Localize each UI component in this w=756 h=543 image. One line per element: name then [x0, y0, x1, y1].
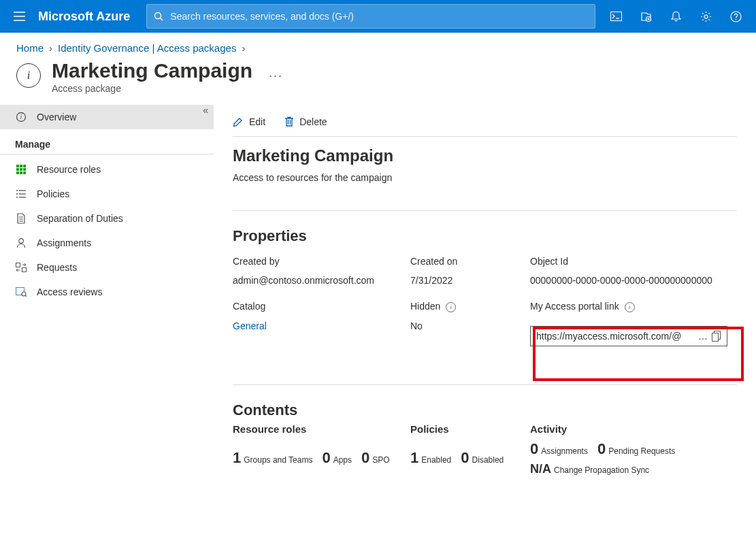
- contents-policies-header: Policies: [410, 423, 530, 440]
- settings-icon[interactable]: [691, 0, 721, 33]
- contents-section-title: Contents: [233, 401, 737, 419]
- created-by-value: admin@contoso.onmicrosoft.com: [233, 271, 410, 290]
- svg-point-31: [19, 239, 24, 244]
- svg-rect-17: [20, 168, 22, 171]
- pencil-icon: [233, 116, 244, 127]
- breadcrumb: Home › Identity Governance | Access pack…: [0, 33, 756, 54]
- object-id-label: Object Id: [530, 249, 737, 267]
- sidebar-item-access-reviews[interactable]: Access reviews: [0, 280, 214, 304]
- svg-line-4: [161, 18, 163, 21]
- search-input[interactable]: [169, 10, 588, 22]
- overview-icon: i: [15, 111, 27, 123]
- help-icon[interactable]: [721, 0, 751, 33]
- delete-button[interactable]: Delete: [284, 116, 327, 127]
- chevron-right-icon: ›: [242, 42, 245, 54]
- stat-enabled: 1Enabled: [410, 449, 451, 467]
- breadcrumb-parent[interactable]: Identity Governance | Access packages: [58, 42, 236, 54]
- directories-icon[interactable]: [631, 0, 661, 33]
- stat-apps: 0Apps: [322, 449, 352, 467]
- chevron-right-icon: ›: [49, 42, 52, 54]
- stat-groups: 1Groups and Teams: [233, 449, 312, 467]
- hidden-value: No: [410, 316, 530, 335]
- svg-rect-33: [22, 268, 27, 272]
- sidebar-item-assignments[interactable]: Assignments: [0, 231, 214, 255]
- svg-rect-15: [23, 165, 26, 167]
- cloud-shell-icon[interactable]: [601, 0, 631, 33]
- edit-button[interactable]: Edit: [233, 116, 265, 127]
- page-subtitle: Access package: [52, 83, 252, 94]
- svg-rect-16: [16, 168, 19, 171]
- stat-sync: N/AChange Propagation Sync: [530, 462, 649, 476]
- sidebar-item-separation[interactable]: Separation of Duties: [0, 206, 214, 231]
- sidebar-item-label: Policies: [37, 188, 69, 199]
- info-icon[interactable]: i: [446, 302, 456, 312]
- svg-point-10: [735, 18, 736, 20]
- sidebar-item-label: Overview: [37, 112, 76, 122]
- svg-rect-18: [23, 168, 26, 171]
- svg-point-8: [704, 15, 708, 18]
- svg-rect-13: [16, 165, 19, 167]
- hidden-label: Hidden i: [410, 294, 530, 312]
- search-icon: [154, 12, 163, 21]
- brand-name: Microsoft Azure: [33, 10, 141, 24]
- sidebar-item-requests[interactable]: Requests: [0, 255, 214, 280]
- properties-section-title: Properties: [233, 227, 737, 245]
- contents-activity-header: Activity: [530, 423, 737, 440]
- object-id-value: 00000000-0000-0000-0000-000000000000: [530, 271, 737, 290]
- svg-rect-20: [20, 171, 22, 174]
- info-icon: i: [16, 63, 41, 88]
- copy-icon[interactable]: [712, 331, 721, 342]
- stat-disabled: 0Disabled: [461, 449, 504, 467]
- sidebar-item-overview[interactable]: i Overview: [0, 105, 214, 129]
- hamburger-menu[interactable]: [5, 3, 33, 30]
- notifications-icon[interactable]: [661, 0, 691, 33]
- info-icon[interactable]: i: [625, 302, 635, 312]
- collapse-sidebar-button[interactable]: «: [203, 105, 208, 116]
- sidebar-item-label: Assignments: [37, 237, 91, 248]
- myaccess-url-field[interactable]: https://myaccess.microsoft.com/@ …: [530, 326, 727, 346]
- sidebar-section-manage: Manage: [0, 129, 214, 154]
- sidebar-item-resource-roles[interactable]: Resource roles: [0, 157, 214, 182]
- svg-rect-19: [16, 171, 19, 174]
- myaccess-label: My Access portal link i: [530, 294, 737, 312]
- sidebar-item-label: Requests: [37, 262, 77, 273]
- catalog-label: Catalog: [233, 294, 410, 312]
- ellipsis: …: [694, 331, 712, 342]
- content-description: Access to resources for the campaign: [233, 172, 737, 183]
- svg-text:i: i: [20, 113, 22, 120]
- svg-point-3: [155, 13, 161, 19]
- svg-rect-21: [23, 171, 26, 174]
- myaccess-url-text: https://myaccess.microsoft.com/@: [536, 331, 694, 342]
- page-title: Marketing Campaign: [52, 59, 252, 82]
- svg-rect-14: [20, 165, 22, 167]
- edit-label: Edit: [249, 116, 265, 127]
- stat-pending: 0Pending Requests: [597, 440, 675, 458]
- sidebar-item-label: Separation of Duties: [37, 213, 123, 224]
- svg-point-9: [731, 12, 741, 22]
- stat-assignments: 0Assignments: [530, 440, 588, 458]
- more-actions-button[interactable]: ···: [269, 69, 283, 83]
- delete-label: Delete: [299, 116, 327, 127]
- created-on-value: 7/31/2022: [410, 271, 530, 290]
- person-icon: [15, 237, 27, 249]
- trash-icon: [284, 116, 294, 127]
- sidebar-item-policies[interactable]: Policies: [0, 182, 214, 206]
- sidebar-item-label: Access reviews: [37, 286, 102, 297]
- sidebar-item-label: Resource roles: [37, 164, 101, 175]
- svg-rect-32: [16, 263, 20, 267]
- content-title: Marketing Campaign: [233, 146, 737, 165]
- review-icon: [15, 286, 27, 298]
- grid-icon: [15, 163, 27, 176]
- swap-icon: [15, 261, 27, 274]
- svg-rect-38: [712, 333, 719, 341]
- list-icon: [15, 188, 27, 200]
- svg-line-36: [25, 295, 27, 297]
- svg-rect-5: [610, 12, 621, 21]
- catalog-link[interactable]: General: [233, 316, 410, 335]
- created-by-label: Created by: [233, 249, 410, 267]
- stat-spo: 0SPO: [361, 449, 390, 467]
- created-on-label: Created on: [410, 249, 530, 267]
- search-bar[interactable]: [146, 4, 595, 29]
- breadcrumb-home[interactable]: Home: [16, 42, 44, 54]
- contents-resource-roles-header: Resource roles: [233, 423, 410, 440]
